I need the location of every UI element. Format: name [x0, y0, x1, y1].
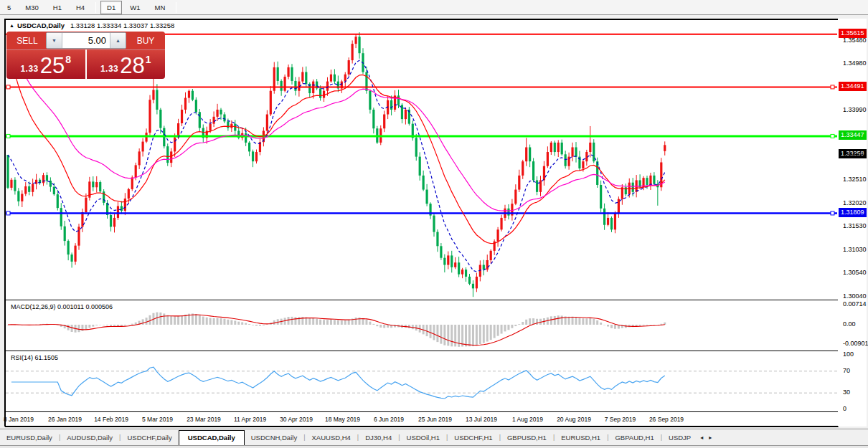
bottom-strip: [0, 445, 868, 448]
chart-window: ▲USDCAD,Daily1.33128 1.33334 1.33037 1.3…: [4, 19, 867, 426]
macd-tick-label: 0.00: [843, 320, 856, 328]
timeframe-button-mn[interactable]: MN: [148, 1, 172, 14]
date-axis-label: 6 Jun 2019: [364, 416, 414, 423]
level-price-label: 1.34491: [839, 82, 867, 91]
timeframe-button-m30[interactable]: M30: [19, 1, 44, 14]
sell-price-main: 25: [40, 54, 65, 77]
chart-tab-usdchf-daily[interactable]: USDCHF,Daily: [121, 431, 178, 444]
toolbar-separator: [95, 2, 96, 13]
rsi-tick-label: 0: [843, 405, 846, 412]
collapse-arrow-icon[interactable]: ▲: [9, 23, 14, 28]
price-tick-label: 1.31030: [843, 246, 867, 253]
chart-tab-gbpusd-h1[interactable]: GBPUSD,H1: [501, 431, 553, 444]
price-tick-label: 1.33990: [843, 106, 867, 113]
trading-terminal: 5M30H1H4D1W1MN ▲USDCAD,Daily1.33128 1.33…: [0, 0, 868, 448]
date-axis-label: 23 Mar 2019: [179, 416, 229, 423]
ohlc-quote-values: 1.33128 1.33334 1.33037 1.33258: [70, 22, 174, 29]
volume-input[interactable]: [62, 33, 110, 48]
macd-tick-label: 0.00714: [843, 300, 867, 308]
trade-panel-price-row: 1.33 25 8 1.33 28 1: [6, 49, 165, 79]
timeframe-button-w1[interactable]: W1: [123, 1, 146, 14]
symbol-period-label: USDCAD,Daily: [17, 22, 65, 29]
level-price-label: 1.31809: [839, 208, 867, 217]
sell-price-pip: 8: [65, 54, 71, 65]
date-axis-label: 18 May 2019: [318, 416, 368, 423]
chart-tab-usdchf-h1[interactable]: USDCHF,H1: [448, 431, 499, 444]
date-axis-label: 8 Jan 2019: [0, 416, 44, 423]
level-price-label: 1.33447: [839, 130, 867, 140]
chart-tab-usdoil-h1[interactable]: USDOil,H1: [400, 431, 446, 444]
price-axis[interactable]: 1.356151.344911.334471.318091.332581.354…: [838, 19, 867, 426]
chart-tab-usdcad-daily[interactable]: USDCAD,Daily: [179, 430, 245, 446]
rsi-indicator-label: RSI(14) 61.1505: [11, 354, 58, 361]
price-tick-label: 1.34980: [843, 59, 867, 67]
buy-button[interactable]: BUY: [126, 32, 165, 49]
volume-decrease-button[interactable]: ▼: [47, 33, 62, 48]
date-axis-label: 7 Sep 2019: [595, 416, 646, 423]
sell-button[interactable]: SELL: [6, 32, 48, 49]
chart-tab-dj30-h4[interactable]: DJ30,H4: [359, 431, 398, 444]
date-axis-label: 11 Apr 2019: [225, 416, 275, 423]
chart-plot-region[interactable]: ▲USDCAD,Daily1.33128 1.33334 1.33037 1.3…: [5, 19, 839, 426]
macd-tick-label: -0.009015: [843, 340, 868, 347]
chart-tab-eurusd-daily[interactable]: EURUSD,Daily: [0, 431, 59, 444]
tabs-scroll-left-button[interactable]: ◂: [697, 432, 706, 443]
date-axis-label: 26 Jan 2019: [40, 416, 90, 423]
timeframe-button-h1[interactable]: H1: [47, 1, 68, 14]
sell-price-button[interactable]: 1.33 25 8: [6, 49, 85, 79]
date-axis-label: 20 Aug 2019: [549, 416, 599, 423]
buy-price-main: 28: [120, 54, 144, 77]
price-tick-label: 1.32020: [843, 199, 867, 206]
chart-tab-usdcnh-daily[interactable]: USDCNH,Daily: [245, 431, 303, 444]
buy-price-prefix: 1.33: [100, 64, 118, 74]
timeframe-button-h4[interactable]: H4: [70, 1, 91, 14]
buy-price-button[interactable]: 1.33 28 1: [87, 49, 166, 79]
chart-tab-bar: EURUSD,Daily|AUDUSD,Daily|USDCHF,DailyUS…: [0, 429, 868, 445]
date-axis-label: 14 Feb 2019: [86, 416, 136, 423]
price-tick-label: 1.31530: [843, 222, 867, 229]
volume-increase-button[interactable]: ▲: [110, 33, 126, 48]
date-axis-label: 5 Mar 2019: [133, 416, 183, 423]
rsi-tick-label: 70: [843, 367, 850, 374]
price-tick-label: 1.30040: [843, 292, 867, 300]
date-axis-label: 1 Aug 2019: [503, 416, 553, 423]
price-tick-label: 1.33010: [843, 153, 867, 160]
tabs-scroll-right-button[interactable]: ▸: [706, 432, 714, 443]
date-axis-label: 26 Sep 2019: [641, 416, 692, 423]
chart-tab-audusd-daily[interactable]: AUDUSD,Daily: [60, 431, 119, 444]
timeframe-button-d1[interactable]: D1: [100, 1, 122, 14]
trade-panel-top-row: SELL ▼ ▲ BUY: [6, 32, 165, 49]
volume-spinner: ▼ ▲: [46, 32, 126, 49]
chart-tab-eurusd-h1[interactable]: EURUSD,H1: [555, 431, 607, 444]
one-click-trading-panel: SELL ▼ ▲ BUY 1.33 25 8 1.33: [6, 32, 165, 79]
date-axis-label: 25 Jun 2019: [410, 416, 461, 423]
buy-price-pip: 1: [146, 54, 151, 65]
sell-price-prefix: 1.33: [20, 64, 38, 74]
rsi-tick-label: 100: [843, 351, 854, 358]
macd-indicator-label: MACD(12,26,9) 0.001011 0.000506: [11, 303, 113, 310]
chart-tab-usdjp[interactable]: USDJP: [662, 431, 697, 444]
timeframe-toolbar: 5M30H1H4D1W1MN: [0, 0, 868, 15]
price-tick-label: 1.35480: [843, 37, 867, 44]
chart-tab-gbpaud-h1[interactable]: GBPAUD,H1: [608, 431, 660, 444]
price-tick-label: 1.32510: [843, 176, 867, 183]
chart-canvas[interactable]: [5, 19, 867, 427]
date-axis-label: 13 Jul 2019: [456, 416, 506, 423]
chart-title: ▲USDCAD,Daily1.33128 1.33334 1.33037 1.3…: [9, 22, 174, 29]
toolbar-separator: [176, 2, 176, 13]
rsi-tick-label: 30: [843, 389, 850, 396]
chart-tab-xauusd-h4[interactable]: XAUUSD,H4: [305, 431, 357, 444]
price-tick-label: 1.30540: [843, 269, 867, 276]
date-axis-label: 30 Apr 2019: [271, 416, 321, 423]
timeframe-button-5[interactable]: 5: [1, 1, 17, 14]
